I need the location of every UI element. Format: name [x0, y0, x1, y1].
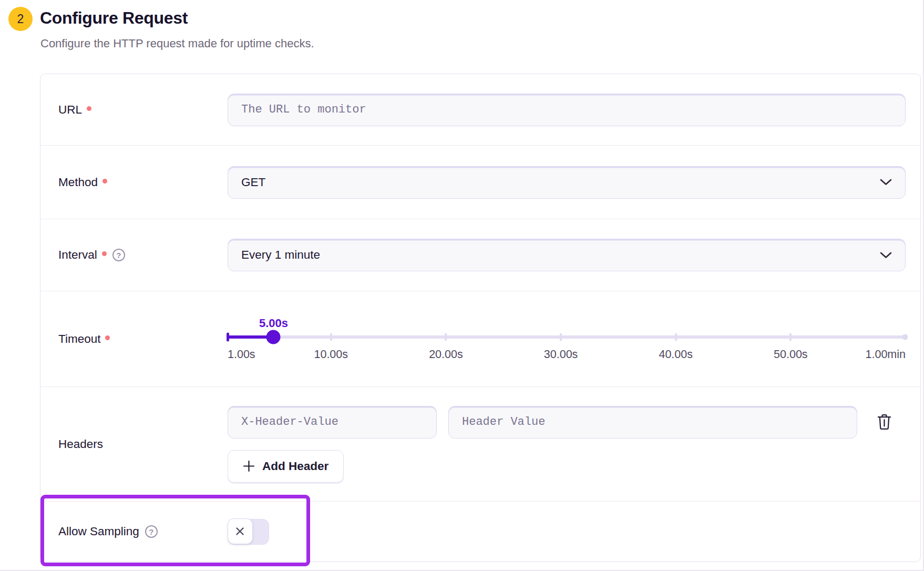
- method-selected-value: GET: [241, 176, 265, 189]
- header-name-input[interactable]: [228, 406, 437, 439]
- interval-label: Interval ?: [40, 248, 228, 262]
- step-number-badge: 2: [8, 7, 33, 31]
- tick-label: 40.00s: [659, 348, 693, 361]
- allow-sampling-label-text: Allow Sampling: [58, 525, 139, 538]
- required-indicator: [102, 179, 107, 183]
- timeout-tick-labels: 1.00s 10.00s 20.00s 30.00s 40.00s 50.00s…: [228, 348, 906, 362]
- allow-sampling-label: Allow Sampling ?: [40, 525, 228, 538]
- plus-icon: [243, 460, 255, 472]
- timeout-label-text: Timeout: [58, 332, 100, 346]
- page-subtitle: Configure the HTTP request made for upti…: [40, 37, 314, 50]
- interval-row: Interval ? Every 1 minute: [40, 219, 920, 291]
- timeout-label: Timeout: [40, 332, 228, 346]
- step-number: 2: [17, 12, 24, 26]
- request-config-panel: URL Method GET: [40, 74, 921, 562]
- interval-select[interactable]: Every 1 minute: [228, 239, 906, 271]
- url-label-text: URL: [58, 103, 82, 117]
- timeout-slider-track[interactable]: [228, 335, 906, 339]
- slider-tickmark: [675, 333, 677, 341]
- required-indicator: [87, 106, 91, 111]
- slider-tickmark: [789, 333, 792, 341]
- timeout-slider: 5.00s 1.00s 10.: [228, 317, 906, 362]
- interval-label-text: Interval: [58, 248, 97, 262]
- method-label: Method: [40, 176, 228, 189]
- url-input[interactable]: [228, 94, 906, 126]
- toggle-knob: [228, 518, 253, 544]
- interval-selected-value: Every 1 minute: [241, 248, 320, 262]
- slider-tickmark: [445, 333, 447, 341]
- allow-sampling-toggle[interactable]: [228, 519, 269, 545]
- timeout-slider-handle[interactable]: [266, 330, 281, 344]
- required-indicator: [105, 335, 110, 340]
- tick-label: 30.00s: [544, 348, 578, 361]
- configure-request-page: 2 Configure Request Configure the HTTP r…: [0, 0, 924, 571]
- tick-label: 50.00s: [774, 348, 808, 361]
- close-icon: [235, 526, 245, 536]
- timeout-row: Timeout 5.00s: [40, 291, 920, 387]
- method-label-text: Method: [58, 176, 98, 189]
- slider-tickmark: [330, 333, 332, 341]
- slider-end-cap: [902, 334, 908, 340]
- tick-label: 10.00s: [314, 348, 348, 361]
- method-select[interactable]: GET: [228, 166, 906, 199]
- add-header-button[interactable]: Add Header: [228, 450, 344, 483]
- required-indicator: [102, 251, 107, 256]
- slider-tickmark: [560, 333, 562, 341]
- help-icon[interactable]: ?: [145, 525, 158, 538]
- url-label: URL: [40, 103, 228, 117]
- help-icon[interactable]: ?: [112, 249, 125, 261]
- chevron-down-icon: [880, 252, 892, 259]
- tick-label: 1.00min: [866, 348, 906, 361]
- headers-label-text: Headers: [58, 437, 103, 451]
- tick-label: 20.00s: [429, 348, 463, 361]
- allow-sampling-row: Allow Sampling ?: [40, 502, 920, 562]
- header-value-input[interactable]: [448, 406, 857, 439]
- url-row: URL: [40, 74, 920, 146]
- timeout-value-wrap: 5.00s: [228, 317, 906, 332]
- tick-label: 1.00s: [228, 348, 255, 361]
- add-header-label: Add Header: [262, 460, 328, 473]
- delete-header-button[interactable]: [874, 412, 894, 432]
- method-row: Method GET: [40, 146, 920, 219]
- page-title: Configure Request: [40, 8, 188, 28]
- headers-label: Headers: [40, 437, 228, 451]
- trash-icon: [876, 413, 892, 431]
- chevron-down-icon: [880, 179, 892, 186]
- timeout-current-value: 5.00s: [259, 317, 288, 330]
- headers-row: Headers: [40, 387, 920, 502]
